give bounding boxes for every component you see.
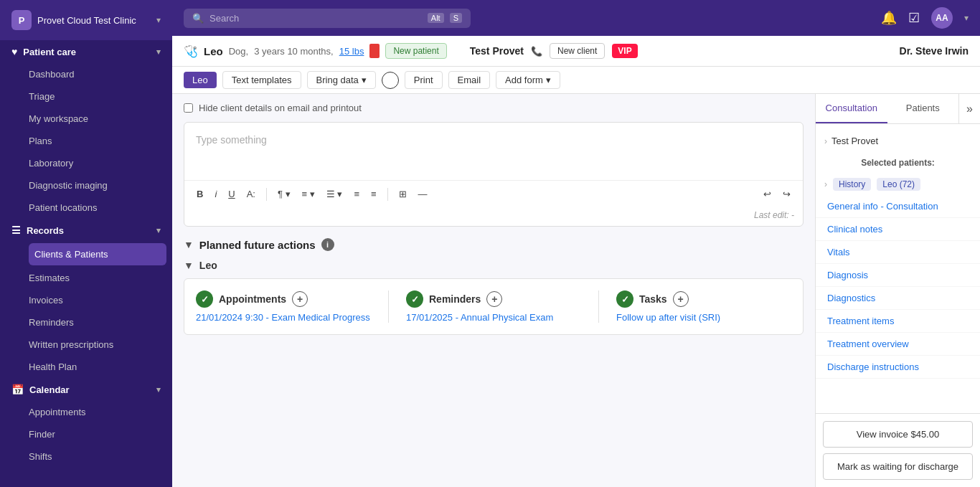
add-appointment-button[interactable]: + xyxy=(292,291,308,307)
nav-treatment-items[interactable]: Treatment items xyxy=(816,310,980,333)
nav-discharge-instructions[interactable]: Discharge instructions xyxy=(816,356,980,379)
patient-weight[interactable]: 15 lbs xyxy=(339,46,364,57)
sidebar-header[interactable]: P Provet Cloud Test Clinic ▾ xyxy=(0,0,172,40)
stethoscope-icon: 🩺 xyxy=(184,44,198,58)
chevron-down-icon: ▾ xyxy=(156,47,161,57)
nav-general-info[interactable]: General info - Consultation xyxy=(816,195,980,218)
selected-patients-label: Selected patients: xyxy=(816,152,980,174)
search-input[interactable] xyxy=(209,13,422,24)
right-bottom-actions: View invoice $45.00 Mark as waiting for … xyxy=(816,413,980,487)
new-client-badge[interactable]: New client xyxy=(550,43,605,59)
bring-data-button[interactable]: Bring data ▾ xyxy=(307,71,376,89)
sidebar-item-triage[interactable]: Triage xyxy=(23,85,172,108)
sidebar-item-invoices[interactable]: Invoices xyxy=(23,289,172,311)
sidebar-item-dashboard[interactable]: Dashboard xyxy=(23,63,172,85)
align-left-button[interactable]: ≡ xyxy=(350,186,363,202)
sidebar-item-estimates[interactable]: Estimates xyxy=(23,267,172,289)
sidebar-item-patient-locations[interactable]: Patient locations xyxy=(23,197,172,219)
sidebar-item-label: Invoices xyxy=(29,295,63,306)
nav-treatment-overview[interactable]: Treatment overview xyxy=(816,333,980,356)
print-button[interactable]: Print xyxy=(405,71,443,89)
undo-button[interactable]: ↩ xyxy=(760,186,775,202)
appointments-header: ✓ Appointments + xyxy=(196,290,308,308)
sidebar-item-label: Health Plan xyxy=(29,361,77,372)
tasks-checkbox-icon[interactable]: ☑ xyxy=(908,10,920,26)
sidebar-item-reminders[interactable]: Reminders xyxy=(23,311,172,334)
sidebar-item-records[interactable]: ☰ Records ▾ xyxy=(0,219,172,242)
phone-icon[interactable]: 📞 xyxy=(531,46,542,57)
right-panel: Consultation Patients » › Test Provet Se… xyxy=(815,94,980,487)
unordered-list-button[interactable]: ☰ ▾ xyxy=(323,186,347,202)
font-size-button[interactable]: A: xyxy=(243,186,259,202)
nav-vitals[interactable]: Vitals xyxy=(816,241,980,264)
sidebar-item-written-prescriptions[interactable]: Written prescriptions xyxy=(23,334,172,356)
topbar-avatar[interactable]: AA xyxy=(931,7,953,29)
right-client-row[interactable]: › Test Provet xyxy=(816,130,980,152)
expand-button[interactable]: » xyxy=(958,94,980,123)
sidebar-item-diagnostic-imaging[interactable]: Diagnostic imaging xyxy=(23,174,172,197)
client-section: Test Provet 📞 New client VIP xyxy=(470,43,638,59)
sidebar-item-my-workspace[interactable]: My workspace xyxy=(23,108,172,130)
view-invoice-button[interactable]: View invoice $45.00 xyxy=(823,421,973,448)
search-box[interactable]: 🔍 Alt S xyxy=(184,9,471,28)
align-center-button[interactable]: ≡ xyxy=(367,186,380,202)
reminders-col: ✓ Reminders + 17/01/2025 - Annual Physic… xyxy=(406,290,581,323)
tab-consultation[interactable]: Consultation xyxy=(816,94,887,123)
sidebar-item-label: Shifts xyxy=(29,451,52,462)
mark-waiting-discharge-button[interactable]: Mark as waiting for discharge xyxy=(823,453,973,480)
italic-button[interactable]: i xyxy=(211,186,220,202)
sidebar-item-shifts[interactable]: Shifts xyxy=(23,445,172,468)
horizontal-rule-button[interactable]: — xyxy=(415,186,431,202)
paragraph-button[interactable]: ¶ ▾ xyxy=(274,186,294,202)
nav-diagnosis[interactable]: Diagnosis xyxy=(816,264,980,287)
task-link[interactable]: Follow up after visit (SRI) xyxy=(616,312,720,323)
subsection-patient-name: Leo xyxy=(199,260,217,271)
editor-content[interactable]: Type something xyxy=(184,123,803,180)
sidebar-item-health-plan[interactable]: Health Plan xyxy=(23,356,172,378)
col-divider xyxy=(598,290,599,323)
appointment-link[interactable]: 21/01/2024 9:30 - Exam Medical Progress xyxy=(196,312,370,323)
add-form-button[interactable]: Add form ▾ xyxy=(496,71,560,89)
patient-leo-badge[interactable]: Leo (72) xyxy=(877,178,920,191)
sidebar-item-plans[interactable]: Plans xyxy=(23,130,172,152)
topbar-nav: 🔍 Alt S 🔔 ☑ AA ▾ xyxy=(172,0,980,36)
ordered-list-button[interactable]: ≡ ▾ xyxy=(298,186,319,202)
add-reminder-button[interactable]: + xyxy=(486,291,502,307)
sidebar-item-appointments[interactable]: Appointments xyxy=(23,401,172,423)
circle-button[interactable] xyxy=(382,72,399,89)
hide-details-checkbox[interactable] xyxy=(184,103,193,113)
sidebar-item-label: Triage xyxy=(29,91,55,102)
notification-bell-icon[interactable]: 🔔 xyxy=(881,10,897,26)
appointments-label: Appointments xyxy=(219,293,286,305)
info-icon: i xyxy=(321,238,334,251)
sidebar-item-calendar[interactable]: 📅 Calendar ▾ xyxy=(0,378,172,401)
add-task-button[interactable]: + xyxy=(673,291,689,307)
sidebar-item-label: Finder xyxy=(29,429,55,440)
patient-subsection[interactable]: ▼ Leo xyxy=(184,260,804,271)
sidebar-item-label: Diagnostic imaging xyxy=(29,180,108,191)
bold-button[interactable]: B xyxy=(193,186,207,202)
reminder-link[interactable]: 17/01/2025 - Annual Physical Exam xyxy=(406,312,553,323)
sidebar-item-finder[interactable]: Finder xyxy=(23,423,172,445)
table-button[interactable]: ⊞ xyxy=(395,186,410,202)
separator xyxy=(387,188,388,201)
planned-future-actions-header[interactable]: ▼ Planned future actions i xyxy=(184,238,804,251)
sidebar-sub-records: Clients & Patients Estimates Invoices Re… xyxy=(0,243,172,378)
email-button[interactable]: Email xyxy=(448,71,491,89)
sidebar-clinic-name: Provet Cloud Test Clinic xyxy=(37,15,151,26)
sidebar-item-clients-patients[interactable]: Clients & Patients xyxy=(29,243,166,265)
sidebar-item-label: Estimates xyxy=(29,273,70,283)
history-badge[interactable]: History xyxy=(833,178,871,191)
sidebar-item-patient-care[interactable]: ♥ Patient care ▾ xyxy=(0,40,172,63)
sidebar-item-label: Reminders xyxy=(29,317,74,328)
text-templates-button[interactable]: Text templates xyxy=(222,71,301,89)
client-chevron-icon: › xyxy=(824,136,827,146)
redo-button[interactable]: ↪ xyxy=(779,186,794,202)
nav-diagnostics[interactable]: Diagnostics xyxy=(816,287,980,310)
tab-patients[interactable]: Patients xyxy=(887,94,959,123)
sidebar-item-laboratory[interactable]: Laboratory xyxy=(23,152,172,174)
underline-button[interactable]: U xyxy=(225,186,238,202)
tab-leo[interactable]: Leo xyxy=(184,72,217,88)
nav-clinical-notes[interactable]: Clinical notes xyxy=(816,218,980,241)
patient-chevron-icon: › xyxy=(824,179,827,189)
